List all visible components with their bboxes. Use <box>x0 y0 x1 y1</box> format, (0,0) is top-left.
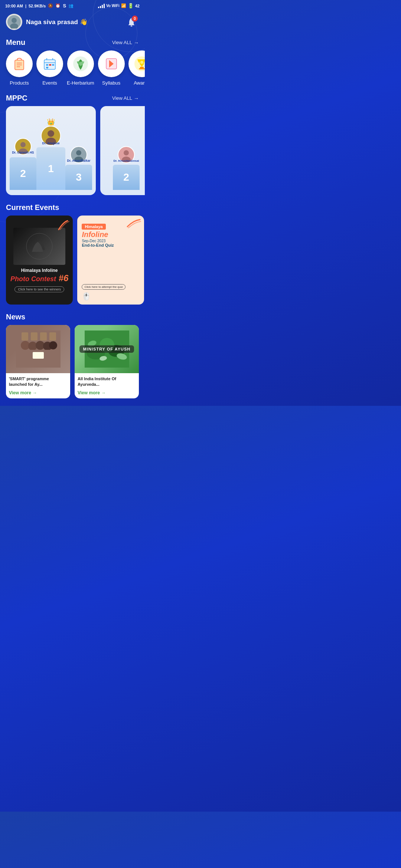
menu-section-header: Menu View ALL → <box>0 35 145 50</box>
news-grid: 'SMART' programme launched for Ay... Vie… <box>0 325 145 406</box>
app-icon-s: S <box>63 3 66 9</box>
events-section-header: Current Events <box>0 200 145 216</box>
carrier-label: Vo WiFi <box>106 4 120 8</box>
quiz-date: Sep-Dec 2023 <box>82 239 114 243</box>
menu-item-syllabus[interactable]: Syllabus <box>98 50 125 86</box>
menu-item-awards[interactable]: Awards <box>128 50 145 86</box>
podium-secondary-person: Dr. KhushbuDesai 2 <box>113 165 140 190</box>
menu-item-herbarium[interactable]: E-Herbarium <box>67 50 94 86</box>
view-more-ayush-arrow-icon: → <box>101 390 106 395</box>
photo-contest-subtitle: Photo Contest #6 <box>10 273 68 284</box>
herbarium-label: E-Herbarium <box>67 80 94 86</box>
events-title: Current Events <box>6 203 59 212</box>
mppc-card-secondary[interactable]: Dr. KhushbuDesai 2 <box>100 106 145 195</box>
svg-rect-16 <box>46 67 48 68</box>
news-text-smart: 'SMART' programme launched for Ay... <box>9 376 67 388</box>
user-info: Naga siva prasad 👋 <box>6 14 88 30</box>
notification-button[interactable]: 0 <box>124 14 139 29</box>
svg-point-46 <box>49 341 57 349</box>
event-card-photo-contest[interactable]: Himalaya Infoline Photo Contest #6 Click… <box>6 216 73 305</box>
svg-point-1 <box>12 18 17 23</box>
news-body-ayush: All India Institute Of Ayurveda... View … <box>75 373 139 398</box>
mppc-card-main[interactable]: Dr. Ganesh HS 2 👑 Dr. Anujose 1 <box>6 106 96 195</box>
news-card-smart[interactable]: 'SMART' programme launched for Ay... Vie… <box>6 325 70 398</box>
app-icon-teams: 👥 <box>68 3 74 8</box>
alarm-icon: ⏰ <box>55 3 61 8</box>
event-card-quiz[interactable]: Himalaya Infoline Sep-Dec 2023 End-to-En… <box>77 216 144 305</box>
avatar <box>6 14 22 30</box>
quiz-cta: Click here to attempt the quiz <box>82 284 125 290</box>
news-view-more-smart[interactable]: View more → <box>9 390 67 395</box>
syllabus-label: Syllabus <box>102 80 120 86</box>
rank3-name: Dr. AmanRaikar <box>64 159 94 162</box>
podium-third: Dr. AmanRaikar 3 <box>65 165 92 190</box>
svg-rect-23 <box>139 68 145 69</box>
awards-icon <box>128 50 145 77</box>
network-speed: | <box>25 4 26 8</box>
svg-point-38 <box>124 150 129 155</box>
news-view-more-ayush[interactable]: View more → <box>78 390 136 395</box>
wifi-icon: 📶 <box>121 3 126 8</box>
events-icon: ✔ <box>36 50 63 77</box>
mppc-section-header: MPPC View ALL → <box>0 91 145 106</box>
battery-level: 42 <box>135 4 140 8</box>
mppc-view-all[interactable]: View ALL → <box>112 95 139 101</box>
status-left: 10:00 AM | 52.9KB/s 🔕 ⏰ S 👥 <box>5 3 74 9</box>
brand-logo-dark-icon <box>56 218 70 234</box>
products-icon <box>6 50 33 77</box>
syllabus-icon <box>98 50 125 77</box>
news-body-smart: 'SMART' programme launched for Ay... Vie… <box>6 373 70 398</box>
svg-rect-12 <box>46 64 48 66</box>
menu-view-all[interactable]: View ALL → <box>112 40 139 46</box>
news-section-header: News <box>0 310 145 325</box>
ayush-badge: MINISTRY OF AYUSH <box>79 345 134 353</box>
svg-rect-49 <box>31 332 38 341</box>
news-title: News <box>6 313 25 321</box>
mppc-title: MPPC <box>6 94 27 102</box>
events-label: Events <box>42 80 57 86</box>
mppc-view-all-arrow-icon: → <box>134 95 139 101</box>
rank1-crown-icon: 👑 <box>47 118 55 126</box>
svg-point-35 <box>76 150 81 155</box>
svg-rect-48 <box>22 332 28 341</box>
svg-rect-14 <box>52 64 54 66</box>
products-label: Products <box>10 80 29 86</box>
svg-point-3 <box>131 26 133 27</box>
svg-rect-50 <box>40 332 47 341</box>
header: Naga siva prasad 👋 0 <box>0 10 145 35</box>
secondary-rank-name: Dr. KhushbuDesai <box>108 159 145 162</box>
network-speed-value: 52.9KB/s <box>29 4 46 8</box>
svg-point-32 <box>48 130 54 137</box>
news-card-ayush[interactable]: MINISTRY OF AYUSH All India Institute Of… <box>75 325 139 398</box>
view-more-arrow-icon: → <box>33 390 37 395</box>
svg-point-29 <box>20 142 26 147</box>
brand-logo-light-icon <box>126 218 141 229</box>
news-img-ayush: MINISTRY OF AYUSH <box>75 325 139 373</box>
photo-contest-inner: Himalaya Infoline Photo Contest #6 Click… <box>6 216 73 305</box>
notification-badge: 0 <box>131 15 138 22</box>
quiz-inner: Himalaya Infoline Sep-Dec 2023 End-to-En… <box>77 216 144 305</box>
rank2-number: 2 <box>20 168 26 180</box>
events-scroll: Himalaya Infoline Photo Contest #6 Click… <box>0 216 145 310</box>
status-bar: 10:00 AM | 52.9KB/s 🔕 ⏰ S 👥 Vo WiFi 📶 🔋 … <box>0 0 145 10</box>
podium-second: Dr. Ganesh HS 2 <box>10 157 36 190</box>
time-display: 10:00 AM <box>5 4 23 8</box>
menu-title: Menu <box>6 38 25 47</box>
photo-contest-cta: Click here to see the winners <box>14 286 64 292</box>
secondary-rank-number: 2 <box>123 171 129 183</box>
mute-icon: 🔕 <box>48 3 53 8</box>
menu-item-products[interactable]: Products <box>6 50 33 86</box>
rank1-number: 1 <box>48 163 54 175</box>
mouse-icon: 🖱️ <box>82 292 125 301</box>
news-text-ayush: All India Institute Of Ayurveda... <box>78 376 136 388</box>
quiz-highlight: Himalaya <box>82 224 105 230</box>
svg-rect-51 <box>49 332 56 341</box>
news-img-smart <box>6 325 70 373</box>
quiz-title: Infoline <box>82 230 114 239</box>
user-name: Naga siva prasad 👋 <box>26 18 88 26</box>
herbarium-icon <box>67 50 94 77</box>
view-all-arrow-icon: → <box>134 40 139 46</box>
menu-item-events[interactable]: ✔ Events <box>36 50 63 86</box>
rank3-number: 3 <box>76 171 82 183</box>
podium-first: 👑 Dr. Anujose 1 <box>36 147 65 190</box>
